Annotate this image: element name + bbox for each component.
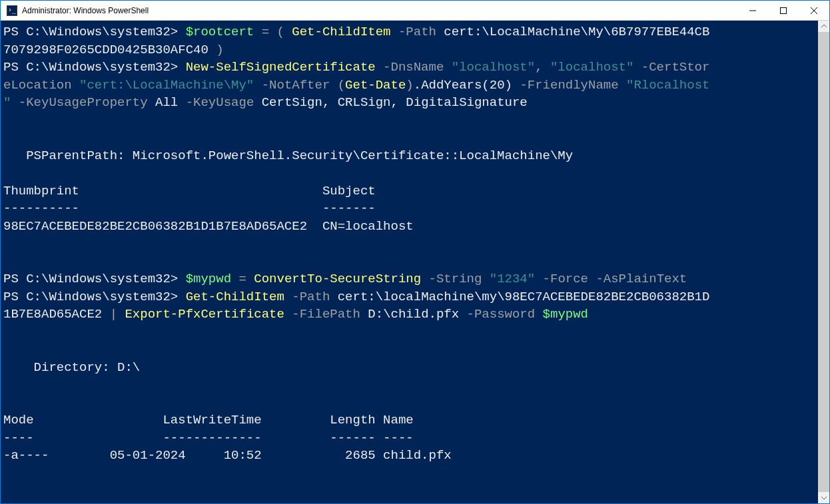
prompt: PS C:\Windows\system32> bbox=[3, 272, 186, 286]
cmd-export-pfxcertificate: Export-PfxCertificate bbox=[125, 307, 284, 322]
var-mypwd: $mypwd bbox=[186, 272, 231, 286]
chevron-down-icon bbox=[821, 496, 827, 499]
close-icon bbox=[811, 7, 817, 14]
output-sep: ---------- ------- bbox=[3, 201, 376, 216]
output-row: -a---- 05-01-2024 10:52 2685 child.pfx bbox=[3, 448, 452, 463]
terminal-body[interactable]: PS C:\Windows\system32> $rootcert = ( Ge… bbox=[1, 21, 818, 503]
maximize-icon bbox=[780, 7, 787, 14]
output-header: Mode LastWriteTime Length Name bbox=[3, 413, 414, 427]
scrollbar-thumb[interactable] bbox=[818, 32, 829, 492]
output-header: Thumbprint Subject bbox=[3, 184, 376, 198]
prompt: PS C:\Windows\system32> bbox=[3, 290, 186, 304]
scroll-down-button[interactable] bbox=[818, 492, 829, 503]
cmd-new-selfsignedcert: New-SelfSignedCertificate bbox=[186, 60, 376, 75]
svg-rect-1 bbox=[781, 7, 787, 13]
output-psparentpath: PSParentPath: Microsoft.PowerShell.Secur… bbox=[3, 148, 573, 163]
maximize-button[interactable] bbox=[768, 1, 799, 21]
scrollbar-track[interactable] bbox=[818, 32, 829, 492]
cmd-get-childitem: Get-ChildItem bbox=[292, 25, 390, 39]
vertical-scrollbar[interactable] bbox=[818, 21, 829, 503]
cmd-convertto-securestring: ConvertTo-SecureString bbox=[254, 272, 421, 286]
var-rootcert: $rootcert bbox=[186, 25, 254, 39]
window-title: Administrator: Windows PowerShell bbox=[22, 6, 149, 15]
minimize-button[interactable] bbox=[737, 1, 768, 21]
powershell-icon bbox=[7, 5, 17, 16]
output-sep: ---- ------------- ------ ---- bbox=[3, 431, 414, 445]
minimize-icon bbox=[749, 7, 756, 14]
titlebar[interactable]: Administrator: Windows PowerShell bbox=[1, 1, 829, 21]
prompt: PS C:\Windows\system32> bbox=[3, 60, 186, 75]
prompt: PS C:\Windows\system32> bbox=[3, 25, 186, 39]
output-row: 98EC7ACEBEDE82BE2CB06382B1D1B7E8AD65ACE2… bbox=[3, 219, 414, 234]
cmd-get-childitem: Get-ChildItem bbox=[186, 290, 284, 304]
close-button[interactable] bbox=[799, 1, 829, 21]
chevron-up-icon bbox=[821, 25, 827, 28]
scroll-up-button[interactable] bbox=[818, 21, 829, 32]
powershell-window: Administrator: Windows PowerShell PS C:\… bbox=[0, 0, 830, 504]
output-directory: Directory: D:\ bbox=[3, 360, 140, 375]
